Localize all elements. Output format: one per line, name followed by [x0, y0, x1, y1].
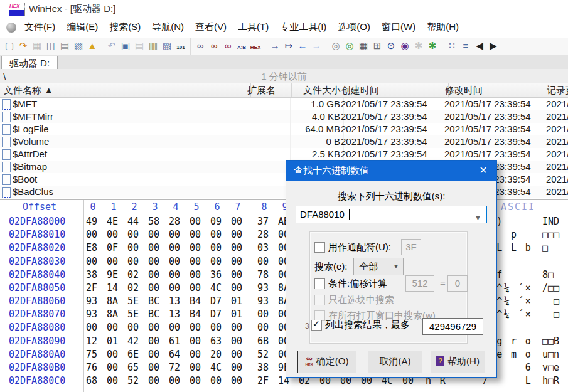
menu-item-9[interactable]: 帮助(H) [421, 18, 464, 38]
toolbar-print-button[interactable]: ▤ [58, 39, 72, 53]
hex-byte: 93 [86, 308, 101, 321]
toolbar-new-file-button[interactable]: ▢ [3, 39, 16, 53]
options-icon: ✱ [429, 40, 437, 51]
column-header-3[interactable]: 创建时间 [338, 83, 449, 97]
byte-column-header-7: 7 [231, 201, 245, 213]
hex-byte: 42 [127, 335, 142, 348]
menu-item-8[interactable]: 窗口(W) [376, 18, 421, 38]
file-row-$MFTMirr[interactable]: $MFTMirr4.0 KB2021/05/17 23:39:542021/05… [0, 110, 568, 123]
menu-item-4[interactable]: 查看(V) [190, 18, 232, 38]
wildcard-checkbox[interactable] [314, 242, 325, 253]
column-header-2[interactable]: 文件大小 [284, 83, 345, 97]
hex-byte: 00 [190, 228, 205, 241]
byte-column-header-0: 0 [86, 201, 100, 213]
close-icon[interactable]: ✕ [475, 163, 491, 178]
hex-byte: B4 [190, 308, 205, 321]
menu-item-7[interactable]: 选项(O) [332, 18, 376, 38]
toolbar-ram-editor-button[interactable]: ▦ [356, 39, 370, 53]
file-row-$LogFile[interactable]: $LogFile64.0 MB2021/05/17 23:39:542021/0… [0, 123, 568, 135]
toolbar-goto-block-button[interactable]: ↦ [282, 39, 296, 53]
file-row-$Volume[interactable]: $Volume0 B2021/05/17 23:39:542021/05/17 … [0, 135, 568, 148]
winhex-window: HEXWX WinHex - [驱动器 D:] 文件(F)编辑(E)搜索(S)导… [0, 0, 568, 392]
toolbar-find-text-button[interactable]: ∞ [193, 39, 207, 53]
column-header-4[interactable]: 修改时间 [441, 83, 550, 97]
hex-byte: 37 [257, 215, 272, 228]
toolbar-copy-button[interactable]: ▣ [119, 39, 132, 53]
search-prompt-label: 搜索下列十六进制数值(s): [286, 191, 496, 203]
menu-item-1[interactable]: 编辑(E) [61, 18, 104, 38]
hex-byte: 00 [210, 374, 225, 388]
new-file-icon: ▢ [5, 40, 14, 51]
tab-drive-d[interactable]: 驱动器 D: [1, 56, 58, 70]
hex-byte: 00 [169, 321, 184, 334]
system-menu-icon[interactable] [6, 23, 16, 33]
condition-checkbox[interactable] [314, 278, 325, 289]
hex-byte: 00 [86, 228, 101, 241]
toolbar-gallery-button[interactable]: ◉ [398, 39, 412, 53]
file-cell-2: 0 B [284, 135, 344, 148]
toolbar-decrease-button[interactable]: ◀ [473, 39, 486, 53]
toolbar-text-converter-button[interactable]: A:B [235, 41, 249, 55]
hex-byte: 00 [190, 241, 205, 255]
cancel-button[interactable]: 取消(A) [368, 351, 422, 373]
toolbar-edit-properties-button[interactable]: ▧ [72, 39, 85, 53]
hex-byte: D7 [210, 295, 225, 308]
hex-byte: 58 [148, 215, 163, 228]
hex-offset: 02DFA88020 [9, 241, 65, 255]
hex-byte: 00 [190, 335, 205, 348]
menu-items: 文件(F)编辑(E)搜索(S)导航(N)查看(V)工具(T)专业工具(I)选项(… [19, 18, 464, 38]
list-results-checkbox[interactable] [311, 320, 322, 331]
menu-item-6[interactable]: 专业工具(I) [274, 18, 332, 38]
toolbar-increase-button[interactable]: ▶ [486, 39, 500, 53]
hex-byte: 5E [127, 295, 142, 308]
hex-byte: 6E [127, 348, 142, 361]
toolbar-back-button[interactable]: ← [296, 39, 309, 53]
toolbar-folder-up-button[interactable]: ▲ [85, 39, 99, 53]
toolbar-binary-copy-button[interactable]: 101 [174, 41, 188, 55]
toolbar-save-as-button[interactable]: ◫ [44, 39, 58, 53]
hex-byte: 00 [148, 348, 163, 361]
winhex-logo-icon: HEXWX [9, 3, 25, 16]
column-header-0[interactable]: 文件名称 ▲ [0, 83, 251, 97]
toolbar-data-recovery-button[interactable]: ◎ [343, 39, 356, 53]
menu-item-0[interactable]: 文件(F) [19, 18, 61, 38]
toolbar-clipboard-paste-button[interactable]: ▥ [146, 39, 160, 53]
file-cell-5: 2021/05/17 23:39:54 [543, 98, 568, 110]
toolbar-find-replace-button[interactable]: ∞ [207, 39, 221, 53]
hex-byte: 00 [148, 268, 163, 282]
menu-item-5[interactable]: 工具(T) [232, 18, 274, 38]
max-results-field[interactable]: 429496729 [422, 318, 483, 335]
help-book-icon: ? [436, 356, 444, 366]
toolbar-hex-converter-button[interactable]: HEX [249, 41, 262, 55]
decrease-icon: ◀ [476, 40, 483, 51]
toolbar-goto-offset-button[interactable]: → [268, 39, 282, 53]
hex-byte: 76 [86, 361, 101, 374]
help-button[interactable]: ?帮助(H) [431, 351, 485, 373]
toolbar-find-hex-button[interactable]: ∞ [221, 39, 235, 53]
hex-value-combo-input[interactable]: DFA88010 ▼ [296, 206, 487, 223]
toolbar-viewer-button[interactable]: ⊙ [384, 39, 398, 53]
menu-item-2[interactable]: 搜索(S) [104, 18, 146, 38]
dialog-title-bar[interactable]: 查找十六进制数值 ✕ [286, 161, 496, 181]
toolbar-open-disk-button[interactable]: ◎ [329, 39, 343, 53]
menu-item-3[interactable]: 导航(N) [146, 18, 190, 38]
chevron-down-icon[interactable]: ▼ [474, 209, 481, 226]
toolbar-details-view-button[interactable]: ≡ [459, 39, 473, 53]
hex-offset: 02DFA88000 [9, 215, 65, 228]
hex-byte: 00 [190, 361, 205, 374]
open-file-icon: ↷ [19, 40, 28, 51]
file-row-$MFT[interactable]: $MFT1.0 GB2021/05/17 23:39:542021/05/17 … [0, 98, 568, 110]
hex-byte: 00 [210, 255, 225, 268]
hex-byte: 00 [231, 321, 246, 334]
toolbar-open-file-button[interactable]: ↷ [16, 39, 30, 53]
search-direction-dropdown[interactable]: 全部 ▼ [353, 258, 404, 275]
ok-button[interactable]: ∞HEX确定(O) [297, 351, 356, 373]
file-row-$AttrDef[interactable]: $AttrDef2.5 KB2021/05/17 23:39:542021/05… [0, 148, 568, 161]
toolbar-copy-block-button[interactable]: ▨ [160, 39, 174, 53]
hex-byte: 4C [210, 282, 225, 295]
column-header-5[interactable]: 记录更新时间 [543, 83, 568, 97]
toolbar-options-button[interactable]: ✱ [426, 39, 439, 53]
hex-byte: 00 [190, 374, 205, 388]
toolbar-simultaneous-search-button[interactable]: ∷ [445, 39, 459, 53]
toolbar-calculator-button[interactable]: ⊞ [370, 39, 384, 53]
